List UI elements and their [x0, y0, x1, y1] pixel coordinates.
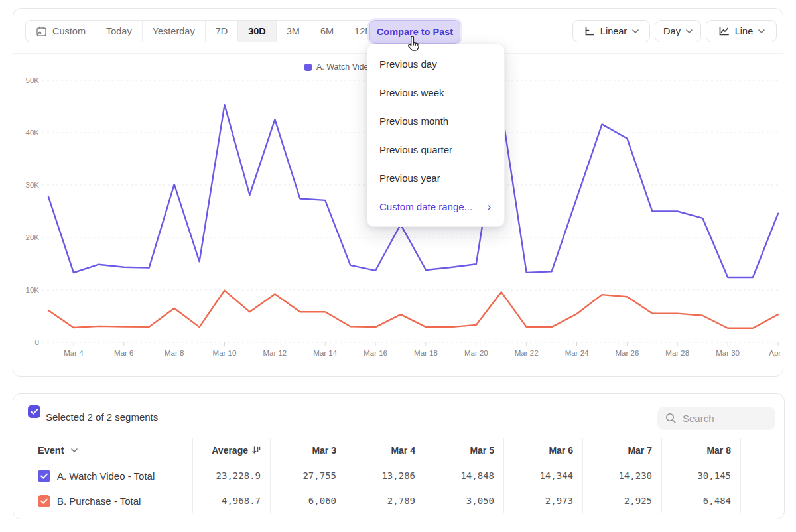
calendar-icon [36, 26, 47, 37]
row-checkbox[interactable] [38, 470, 50, 482]
scale-dropdown-button[interactable]: Linear [572, 20, 650, 42]
value-cell: 15, [740, 463, 785, 488]
average-header-label: Average [212, 445, 248, 456]
menu-item-label: Previous year [379, 172, 440, 184]
row-event-cell: A. Watch Video - Total [13, 470, 192, 482]
column-header-mar-5[interactable]: Mar 5 [425, 438, 503, 463]
event-column-header[interactable]: Event [13, 445, 192, 456]
chevron-down-icon [632, 29, 639, 33]
select-all-checkbox[interactable] [28, 405, 40, 418]
column-header-average[interactable]: Average [192, 438, 270, 463]
column-header-mar-4[interactable]: Mar 4 [346, 438, 425, 463]
range-label: Custom [52, 26, 86, 36]
x-tick-label: Mar 26 [615, 349, 639, 357]
range-label: 6M [320, 26, 334, 36]
menu-item-previous-quarter[interactable]: Previous quarter [367, 135, 504, 164]
y-tick-label: 0 [35, 338, 39, 346]
search-input[interactable] [683, 413, 762, 424]
x-tick-label: Mar 30 [716, 349, 740, 357]
row-checkbox[interactable] [38, 495, 50, 507]
value-cell: 2,925 [582, 488, 661, 513]
menu-item-previous-day[interactable]: Previous day [367, 50, 504, 78]
value-cell: 13,286 [346, 463, 425, 488]
value-cell: 6,484 [661, 488, 740, 513]
scale-label: Linear [600, 26, 627, 36]
selected-segments-label: Selected 2 of 2 segments [46, 411, 158, 423]
value-cell: 23,228.9 [192, 463, 270, 488]
date-header-label: Mar 3 [312, 445, 336, 456]
column-header-m[interactable]: M [740, 438, 785, 463]
legend-swatch [304, 64, 312, 71]
chevron-right-icon: › [488, 202, 491, 212]
value-cell: 14,230 [582, 463, 661, 488]
value-cell: 14,344 [503, 463, 582, 488]
column-header-mar-6[interactable]: Mar 6 [503, 438, 582, 463]
menu-item-custom-date-range[interactable]: Custom date range...› [367, 192, 504, 221]
value-cell: 30,145 [661, 463, 740, 488]
row-event-cell: B. Purchase - Total [13, 495, 192, 507]
value-cell: 2,789 [346, 488, 425, 513]
y-tick-label: 50K [26, 76, 40, 84]
range-yesterday[interactable]: Yesterday [142, 21, 205, 42]
date-header-label: Mar 7 [628, 445, 652, 456]
x-tick-label: Mar 4 [64, 349, 84, 357]
segments-header-row: Selected 2 of 2 segments [13, 394, 784, 434]
column-header-mar-3[interactable]: Mar 3 [270, 438, 346, 463]
linear-axis-icon [584, 26, 595, 37]
range-30d[interactable]: 30D [237, 21, 276, 42]
x-tick-label: Mar 28 [665, 349, 689, 357]
range-label: 3M [287, 26, 300, 36]
value-cell: 4,968.7 [192, 488, 270, 513]
value-cell: 6,060 [270, 488, 346, 513]
range-3m[interactable]: 3M [276, 21, 310, 42]
segments-table: EventAverageMar 3Mar 4Mar 5Mar 6Mar 7Mar… [13, 438, 785, 513]
table-row-a-watch-video-total: A. Watch Video - Total23,228.927,75513,2… [13, 463, 785, 488]
chevron-down-icon [686, 29, 693, 33]
x-tick-label: Mar 24 [565, 349, 589, 357]
x-tick-label: Mar 8 [165, 349, 184, 357]
series-line-b-purchase-total[interactable] [48, 291, 778, 328]
range-today[interactable]: Today [96, 21, 142, 42]
x-tick-label: Mar 20 [464, 349, 488, 357]
range-custom[interactable]: Custom [26, 21, 96, 42]
date-range-segmented-control: CustomTodayYesterday7D30D3M6M12M [25, 20, 383, 42]
y-tick-label: 30K [26, 181, 40, 189]
x-tick-label: Mar 14 [313, 349, 337, 357]
search-box[interactable] [657, 407, 775, 430]
interval-dropdown-button[interactable]: Day [655, 20, 701, 42]
table-row-b-purchase-total: B. Purchase - Total4,968.76,0602,7893,05… [13, 488, 785, 513]
menu-item-label: Previous quarter [379, 144, 452, 155]
compare-to-past-menu: Previous dayPrevious weekPrevious monthP… [367, 44, 505, 227]
menu-item-label: Previous month [379, 115, 448, 127]
compare-to-past-button[interactable]: Compare to Past [369, 20, 460, 44]
menu-item-previous-year[interactable]: Previous year [367, 164, 504, 192]
range-6m[interactable]: 6M [310, 21, 344, 42]
chevron-down-icon [758, 29, 765, 33]
date-header-label: Mar 6 [549, 445, 573, 456]
value-cell: 14,848 [425, 463, 503, 488]
column-header-mar-7[interactable]: Mar 7 [582, 438, 661, 463]
x-tick-label: Mar 16 [364, 349, 387, 357]
sort-descending-icon [252, 446, 261, 455]
chart-type-label: Line [735, 26, 753, 36]
table-header-row: EventAverageMar 3Mar 4Mar 5Mar 6Mar 7Mar… [13, 438, 785, 463]
menu-item-label: Previous day [379, 58, 437, 70]
chart-type-dropdown-button[interactable]: Line [706, 20, 777, 42]
y-tick-label: 40K [26, 129, 40, 137]
column-header-mar-8[interactable]: Mar 8 [661, 438, 740, 463]
value-cell: 3,050 [425, 488, 503, 513]
x-tick-label: Mar 22 [515, 349, 539, 357]
menu-item-previous-month[interactable]: Previous month [367, 107, 504, 135]
date-header-label: Mar 4 [391, 445, 415, 456]
row-label: A. Watch Video - Total [57, 470, 155, 482]
range-7d[interactable]: 7D [205, 21, 238, 42]
date-header-label: Mar 8 [706, 445, 731, 456]
chevron-down-icon [71, 448, 78, 452]
menu-item-previous-week[interactable]: Previous week [367, 78, 504, 107]
value-cell: 27,755 [270, 463, 346, 488]
x-tick-label: Mar 18 [414, 349, 438, 357]
x-tick-label: Mar 12 [263, 349, 287, 357]
range-label: 7D [216, 26, 228, 36]
range-label: Today [106, 26, 132, 36]
compare-to-past-label: Compare to Past [377, 27, 453, 37]
